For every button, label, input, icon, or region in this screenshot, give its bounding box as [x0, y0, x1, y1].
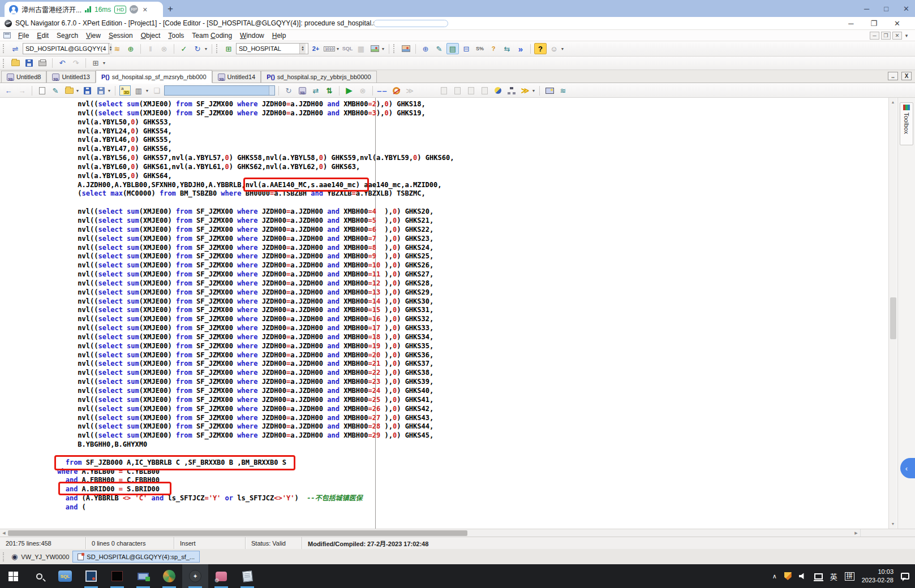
image-export-icon[interactable]: [368, 43, 381, 54]
image-dropdown-icon[interactable]: ▼: [381, 47, 385, 51]
toolbar-grip[interactable]: [216, 44, 219, 53]
horizontal-scrollbar[interactable]: ◀ ▶: [0, 529, 915, 537]
save-icon[interactable]: [23, 58, 35, 69]
speaker-icon[interactable]: [799, 573, 807, 580]
tab-close-button[interactable]: X: [901, 72, 912, 80]
profile-icon[interactable]: ☺: [548, 43, 560, 54]
panel-grip[interactable]: [3, 552, 6, 561]
connect-icon[interactable]: ⇌: [9, 43, 22, 54]
doc-tab-sd_hospital.sp_zy_ybbrjs_bb0000[interactable]: P()sd_hospital.sp_zy_ybbrjs_bb0000: [261, 71, 376, 83]
taskbar-sql-navigator-app[interactable]: [78, 564, 104, 588]
tab-overflow-button[interactable]: ..: [888, 72, 898, 80]
refresh-session-icon[interactable]: ↻: [191, 43, 204, 54]
find-data-icon[interactable]: 1010: [323, 43, 336, 54]
scroll-up-icon[interactable]: ▲: [891, 98, 895, 106]
tray-expand-icon[interactable]: ∧: [772, 573, 777, 580]
navigate-back-icon[interactable]: ←: [2, 85, 15, 96]
edit-document-icon[interactable]: ✎: [433, 43, 445, 54]
mdi-restore-button[interactable]: ❐: [881, 32, 891, 40]
ime-pinyin-indicator[interactable]: 拼: [845, 572, 854, 581]
web-publish-icon[interactable]: ⊕: [419, 43, 432, 54]
execute-icon[interactable]: ▶: [343, 85, 355, 96]
toolbox-tab[interactable]: Toolbox: [900, 102, 913, 145]
undo-icon[interactable]: ↶: [56, 58, 68, 69]
combo-arrow-icon[interactable]: [269, 86, 274, 95]
save-editor-icon[interactable]: [81, 85, 93, 96]
profiler-icon[interactable]: [390, 85, 402, 96]
connection-combobox[interactable]: SD_HOSPITAL@GLGQYY(4 ▲▼: [23, 43, 110, 54]
browser-close-button[interactable]: ✕: [903, 5, 909, 13]
report-icon[interactable]: [399, 43, 412, 54]
scheduler-icon[interactable]: ⊟: [460, 43, 472, 54]
print-icon[interactable]: [36, 58, 49, 69]
taskbar-browser-app[interactable]: [156, 564, 182, 588]
mdi-child-icon[interactable]: [3, 32, 11, 38]
menu-item-view[interactable]: View: [82, 31, 105, 41]
menu-item-edit[interactable]: Edit: [33, 31, 53, 41]
verify-icon[interactable]: ✓: [178, 43, 190, 54]
describe-icon[interactable]: a: [119, 85, 131, 96]
taskbar-console-app[interactable]: [104, 564, 130, 588]
split-columns-icon[interactable]: ▥: [132, 85, 145, 96]
scroll-left-icon[interactable]: ◀: [0, 531, 8, 535]
compare-icon[interactable]: ⇅: [323, 85, 336, 96]
table-dropdown-icon[interactable]: ▼: [102, 61, 106, 65]
new-tab-button[interactable]: +: [163, 2, 178, 16]
toolbar-grip[interactable]: [3, 59, 6, 68]
ime-language-indicator[interactable]: 英: [830, 571, 837, 582]
copy-disabled-icon[interactable]: [437, 85, 450, 96]
sessions-icon[interactable]: ≋: [111, 43, 123, 54]
toolbar-grip[interactable]: [3, 44, 6, 53]
stop-icon[interactable]: ⊗: [158, 43, 170, 54]
restore-button[interactable]: ❐: [870, 19, 877, 28]
close-tab-icon[interactable]: ×: [143, 5, 147, 14]
doc-tab-sd_hospital.sp_sf_mzsryb_rbb000[interactable]: P()sd_hospital.sp_sf_mzsryb_rbb000: [96, 70, 212, 83]
toolbar-grip[interactable]: [393, 44, 396, 53]
help-icon[interactable]: ?: [534, 43, 547, 54]
data-grid-icon[interactable]: ≋: [557, 85, 569, 96]
taskbar-remote-desktop-app[interactable]: [130, 564, 156, 588]
grid-disabled-icon[interactable]: ▦: [355, 43, 367, 54]
table-layout-icon[interactable]: ⊞: [89, 58, 102, 69]
menu-item-session[interactable]: Session: [105, 31, 137, 41]
close-button[interactable]: ✕: [894, 19, 900, 28]
minimize-button[interactable]: ─: [848, 19, 853, 28]
hierarchy-icon[interactable]: [505, 85, 518, 96]
doc-tab-untitled8[interactable]: Untitled8: [1, 71, 46, 83]
profile-dropdown-icon[interactable]: ▼: [560, 47, 565, 51]
browser-maximize-button[interactable]: □: [884, 5, 888, 13]
horizontal-scroll-thumb[interactable]: [8, 530, 467, 536]
open-icon[interactable]: [63, 85, 75, 96]
run-dropdown-icon[interactable]: ▼: [531, 89, 536, 93]
menu-item-window[interactable]: Window: [236, 31, 268, 41]
redo-icon[interactable]: ↷: [70, 58, 82, 69]
open-file-icon[interactable]: [9, 58, 22, 69]
mdi-close-button[interactable]: ✕: [892, 32, 902, 40]
taskbar-clock[interactable]: 10:03 2023-02-28: [862, 568, 893, 585]
export-disabled-icon[interactable]: [465, 85, 477, 96]
save-as-icon[interactable]: [94, 85, 107, 96]
menu-item-file[interactable]: File: [14, 31, 33, 41]
db-sync-icon[interactable]: ⇄: [310, 85, 322, 96]
scroll-down-icon[interactable]: ▼: [891, 520, 895, 528]
combo-spin-icon[interactable]: ▲▼: [299, 44, 306, 54]
scroll-right-icon[interactable]: ▶: [852, 531, 860, 535]
browser-minimize-button[interactable]: ─: [864, 5, 869, 13]
edit-disabled-icon[interactable]: [478, 85, 491, 96]
paste-disabled-icon[interactable]: [451, 85, 463, 96]
analyze-icon[interactable]: [492, 85, 504, 96]
stop-execution-icon[interactable]: ⊗: [356, 85, 369, 96]
menu-item-object[interactable]: Object: [137, 31, 165, 41]
vertical-scroll-thumb[interactable]: [890, 297, 896, 339]
code-editor-icon[interactable]: ▤: [446, 43, 459, 54]
sql-analyze-icon[interactable]: S%: [474, 43, 486, 54]
browser-tab[interactable]: 漳州古雷港经济开... 16ms HD RP ×: [5, 2, 163, 17]
indent-icon[interactable]: ≫: [403, 85, 416, 96]
link-objects-icon[interactable]: ⇆: [501, 43, 513, 54]
sort-icon[interactable]: 2+: [310, 43, 322, 54]
edit-db-icon[interactable]: ✎: [49, 85, 62, 96]
find-dropdown-icon[interactable]: ▼: [336, 47, 340, 51]
menu-item-team-coding[interactable]: Team Coding: [188, 31, 236, 41]
refresh-editor-icon[interactable]: ↻: [282, 85, 295, 96]
db-query-icon[interactable]: ?: [487, 43, 500, 54]
